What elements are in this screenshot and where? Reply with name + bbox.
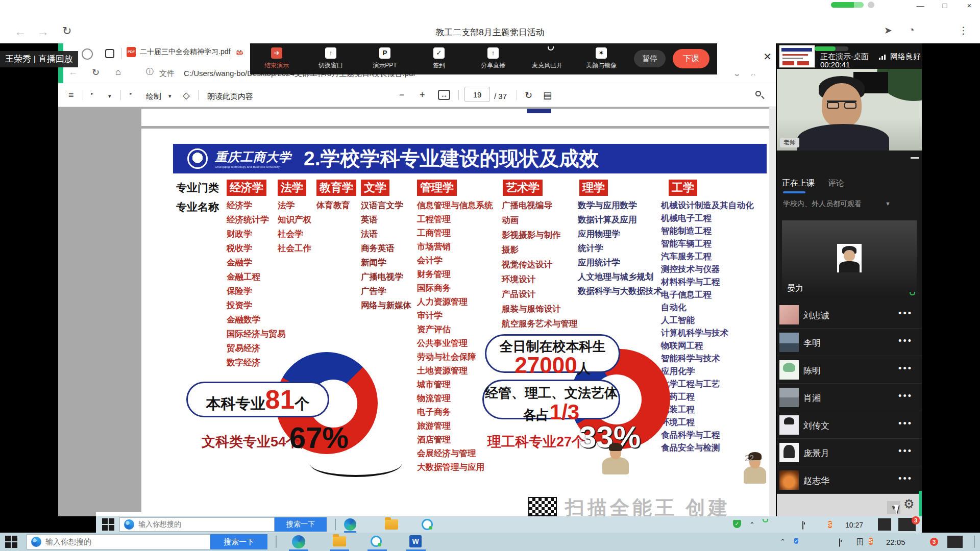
eraser-icon[interactable]: ◇ (183, 90, 190, 101)
search-go-button[interactable]: 搜索一下 (275, 517, 327, 532)
participant-row[interactable]: 刘忠诚••• (777, 301, 922, 329)
edge-taskbar-icon[interactable] (292, 535, 305, 548)
close-button[interactable]: × (964, 1, 975, 10)
maximize-button[interactable]: □ (939, 1, 950, 10)
featured-student-tile[interactable]: 晏力 (782, 220, 917, 298)
tray-expand-icon[interactable]: ⌃ (749, 521, 755, 529)
gear-icon[interactable]: ⚙ (903, 497, 915, 511)
input-method-icon[interactable]: 田 (856, 537, 864, 547)
more-options-icon[interactable]: ••• (898, 391, 913, 402)
page-number-input[interactable]: 19 (464, 87, 490, 102)
word-icon[interactable]: W (409, 535, 422, 547)
meeting-button-3[interactable]: ✓签到 (420, 47, 458, 70)
tab-list-icon[interactable] (105, 49, 114, 58)
history-icon[interactable]: ◔ (909, 24, 914, 36)
draw-label[interactable]: 绘制 (146, 92, 161, 102)
search-input[interactable]: 输入你想搜的 (27, 534, 210, 549)
major-item: 机械设计制造及其自动化 (661, 200, 754, 213)
more-options-icon[interactable]: ••• (898, 363, 913, 374)
tab-pdf-document[interactable]: PDF 二十届三中全会精神学习.pdf ✕ (127, 47, 242, 57)
dismiss-class-button[interactable]: 下课 (673, 49, 709, 68)
tray-expand-icon[interactable]: ⌃ (780, 538, 786, 545)
tab-comments[interactable]: 评论 (828, 178, 844, 189)
major-item: 材料科学与工程 (661, 277, 754, 289)
major-item: 广播电视编导 (502, 200, 578, 215)
pause-button[interactable]: 暂停 (634, 50, 666, 67)
close-icon[interactable]: ✕ (763, 51, 772, 63)
progress-bar (815, 46, 848, 51)
search-go-button[interactable]: 搜索一下 (210, 534, 267, 549)
tab-pdf-second[interactable]: PDF (236, 47, 243, 58)
screen: — □ × ← → ↻ 教工二支部8月主题党日活动 ➤ ◔ ⋮ 王荣秀 | 直播… (0, 0, 980, 551)
more-options-icon[interactable]: ••• (898, 418, 913, 429)
chevron-down-icon[interactable]: ▼ (885, 201, 891, 207)
liberal-arts-percent: 67% (289, 420, 349, 455)
info-icon[interactable]: ⓘ (146, 67, 154, 77)
discipline-header-7: 工学 (669, 180, 697, 196)
meeting-button-1[interactable]: ↑切换窗口 (311, 47, 350, 70)
screen-share-thumbnail[interactable] (779, 45, 815, 68)
signal-bars-icon (879, 54, 887, 60)
tab-in-class[interactable]: 正在上课 (782, 178, 815, 189)
chevron-down-icon[interactable]: ▾ (108, 93, 111, 99)
button-label: 分享直播 (481, 61, 505, 70)
toc-icon[interactable]: ≡ (68, 90, 74, 101)
workspace-icon[interactable] (82, 48, 93, 60)
major-item: 环境工程 (661, 417, 754, 430)
file-explorer-icon[interactable] (333, 536, 346, 546)
participant-list: 刘忠诚•••李明•••陈明•••肖湘•••刘传文•••庞景月•••赵志华••• (777, 301, 922, 494)
chat-app-icon[interactable] (422, 519, 433, 530)
file-explorer-icon[interactable] (385, 519, 398, 530)
search-input[interactable]: 输入你想搜的 (119, 517, 275, 532)
button-label: 切换窗口 (318, 61, 343, 70)
participant-row[interactable]: 肖湘••• (777, 384, 922, 411)
more-options-icon[interactable]: ••• (898, 446, 913, 457)
chat-app-icon[interactable] (371, 536, 382, 547)
search-icon[interactable] (755, 91, 761, 96)
meeting-button-0[interactable]: ➔结束演示 (257, 47, 296, 70)
participant-row[interactable]: 庞景月••• (777, 439, 922, 466)
major-item: 财政学 (227, 229, 286, 243)
more-options-icon[interactable]: ••• (898, 473, 913, 484)
minimize-button[interactable]: — (915, 1, 926, 10)
notification-center[interactable] (947, 536, 963, 548)
major-item: 环境设计 (502, 274, 578, 289)
major-item: 财务管理 (417, 269, 493, 283)
pdf-scrollbar[interactable] (769, 107, 776, 516)
edge-taskbar-icon[interactable] (344, 518, 356, 531)
more-options-icon[interactable]: ••• (898, 336, 913, 346)
panel-minimize-dash[interactable] (911, 157, 919, 159)
chevron-down-icon[interactable]: ▾ (168, 93, 172, 99)
refresh-icon[interactable]: ↻ (92, 67, 100, 78)
page-view-icon[interactable]: ▤ (543, 90, 552, 101)
avatar (779, 360, 799, 380)
more-options-icon[interactable]: ••• (898, 308, 913, 319)
start-button[interactable] (102, 518, 114, 531)
qr-code (528, 497, 557, 516)
start-button[interactable] (5, 536, 18, 548)
participant-row[interactable]: 李明••• (777, 329, 922, 356)
meeting-button-5[interactable]: 麦克风已开 (528, 47, 567, 70)
pdf-content-area: 重庆工商大学 Chongqing Technology and Business… (58, 107, 776, 516)
teacher-webcam[interactable]: 老师 (777, 69, 922, 151)
zoom-in-icon[interactable]: + (420, 90, 425, 101)
participant-row[interactable]: 陈明••• (777, 356, 922, 384)
back-icon[interactable]: ← (68, 67, 78, 78)
major-item: 网络与新媒体 (361, 300, 411, 314)
rotate-icon[interactable]: ↻ (525, 90, 532, 101)
meeting-button-2[interactable]: P演示PPT (365, 47, 404, 70)
menu-dots-icon[interactable]: ⋮ (959, 24, 968, 36)
participant-row[interactable]: 刘传文••• (777, 411, 922, 439)
meeting-button-4[interactable]: ↑分享直播 (474, 47, 512, 70)
read-aloud-button[interactable]: 朗读此页内容 (207, 92, 253, 102)
zoom-out-icon[interactable]: − (399, 90, 405, 101)
visibility-setting[interactable]: 学校内、外人员都可观看 (783, 199, 862, 209)
phone-link-icon[interactable] (878, 518, 891, 531)
share-icon[interactable]: ➤ (884, 24, 892, 36)
show-desktop-sliver[interactable] (974, 536, 975, 548)
fit-width-icon[interactable]: ↔ (438, 90, 450, 100)
participant-name: 李明 (803, 337, 821, 349)
home-icon[interactable]: ⌂ (115, 67, 121, 78)
participant-row[interactable]: 赵志华••• (777, 466, 922, 494)
meeting-button-6[interactable]: ✶美颜与镜像 (582, 47, 621, 70)
